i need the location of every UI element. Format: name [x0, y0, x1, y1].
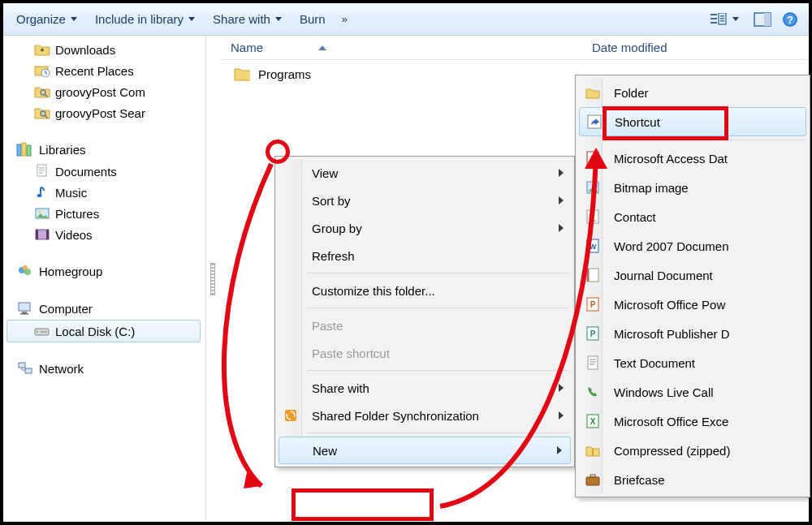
new-folder[interactable]: Folder [578, 78, 807, 107]
submenu-arrow-icon [557, 446, 562, 454]
svg-rect-56 [590, 475, 595, 477]
sidebar-homegroup[interactable]: Homegroup [6, 260, 205, 282]
ctx-label: Paste shortcut [312, 346, 390, 360]
ctx-view[interactable]: View [278, 159, 572, 187]
new-access[interactable]: A Microsoft Access Dat [578, 144, 807, 173]
recent-places-icon [34, 63, 50, 78]
search-folder-icon [34, 105, 50, 120]
ctx-customize-folder[interactable]: Customize this folder... [278, 277, 572, 304]
sidebar-item-gp-com[interactable]: groovyPost Com [6, 81, 205, 102]
new-submenu: Folder Shortcut A Microsoft Access Dat B… [575, 75, 810, 497]
sm-label: Contact [614, 210, 656, 224]
svg-rect-30 [22, 312, 27, 313]
new-text[interactable]: Text Document [578, 348, 807, 377]
libraries-icon [16, 141, 34, 157]
splitter-grip-icon [210, 263, 215, 295]
help-icon[interactable]: ? [781, 11, 799, 28]
sm-label: Folder [614, 86, 649, 100]
sm-label: Word 2007 Documen [614, 239, 728, 253]
new-publisher[interactable]: P Microsoft Publisher D [578, 319, 807, 348]
sidebar-item-videos[interactable]: Videos [6, 224, 205, 245]
sidebar-item-music[interactable]: Music [6, 182, 205, 203]
svg-rect-46 [588, 269, 598, 282]
overflow-chevron-icon[interactable]: » [335, 13, 354, 25]
sidebar-libraries-header[interactable]: Libraries [6, 138, 205, 161]
sidebar-item-gp-search[interactable]: groovyPost Sear [6, 102, 205, 123]
ctx-label: New [313, 444, 337, 458]
svg-rect-0 [710, 14, 717, 15]
sidebar-network[interactable]: Network [6, 357, 205, 380]
word-icon: W [585, 238, 601, 254]
new-compressed[interactable]: Compressed (zipped) [578, 436, 807, 465]
new-bitmap[interactable]: Bitmap image [578, 173, 807, 202]
ctx-label: Group by [312, 222, 362, 235]
dropdown-arrow-icon [732, 17, 739, 21]
ctx-sort-by[interactable]: Sort by [278, 187, 572, 214]
ctx-share-with[interactable]: Share with [278, 374, 572, 402]
new-live-call[interactable]: Windows Live Call [578, 377, 807, 407]
svg-rect-5 [720, 18, 724, 19]
svg-text:?: ? [787, 14, 793, 26]
pictures-icon [34, 206, 50, 221]
phone-icon [585, 384, 601, 400]
svg-text:X: X [590, 417, 596, 426]
svg-text:A: A [590, 154, 595, 163]
new-excel[interactable]: X Microsoft Office Exce [578, 407, 807, 436]
zip-icon [585, 442, 601, 458]
sidebar-item-pictures[interactable]: Pictures [6, 203, 205, 224]
new-contact[interactable]: Contact [578, 202, 807, 231]
sm-label: Microsoft Office Pow [614, 298, 725, 312]
tree-label: Music [55, 186, 87, 200]
sidebar-item-local-disk-c[interactable]: Local Disk (C:) [6, 320, 201, 342]
ctx-refresh[interactable]: Refresh [278, 242, 572, 269]
access-icon: A [585, 150, 601, 166]
tree-label: Pictures [55, 207, 99, 221]
ctx-shared-folder-sync[interactable]: Shared Folder Synchronization [278, 402, 572, 429]
excel-icon: X [585, 413, 601, 429]
share-with-button[interactable]: Share with [205, 9, 290, 29]
tree-label: Computer [39, 302, 93, 316]
ctx-group-by[interactable]: Group by [278, 214, 572, 242]
view-list-icon [710, 11, 728, 28]
tree-label: Libraries [39, 143, 86, 157]
sidebar-item-recent-places[interactable]: Recent Places [6, 60, 205, 81]
tree-label: Network [39, 362, 84, 376]
sidebar-computer-header[interactable]: Computer [6, 297, 205, 320]
svg-rect-1 [710, 18, 717, 19]
preview-pane-icon[interactable] [754, 11, 771, 28]
organize-button[interactable]: Organize [8, 9, 85, 29]
tree-label: Documents [55, 165, 117, 179]
column-name-label: Name [231, 41, 263, 54]
new-journal[interactable]: Journal Document [578, 260, 807, 290]
sidebar-item-documents[interactable]: Documents [6, 161, 205, 182]
view-options-button[interactable] [705, 7, 744, 32]
ctx-paste-shortcut: Paste shortcut [278, 339, 572, 367]
new-word[interactable]: W Word 2007 Documen [578, 231, 807, 260]
new-powerpoint[interactable]: P Microsoft Office Pow [578, 290, 807, 319]
file-list-pane: Name Date modified Programs View [219, 36, 809, 522]
pane-splitter[interactable] [206, 36, 219, 522]
ctx-new[interactable]: New [279, 437, 571, 464]
powerpoint-icon: P [585, 296, 601, 312]
new-shortcut[interactable]: Shortcut [579, 107, 806, 136]
computer-icon [16, 300, 34, 316]
submenu-arrow-icon [559, 169, 564, 177]
burn-button[interactable]: Burn [292, 9, 334, 29]
sm-label: Microsoft Office Exce [614, 415, 728, 428]
column-date-label: Date modified [592, 41, 667, 54]
ctx-label: Customize this folder... [312, 284, 435, 298]
sm-label: Briefcase [614, 473, 665, 487]
column-name[interactable]: Name [219, 41, 581, 54]
include-in-library-button[interactable]: Include in library [87, 9, 203, 29]
column-date-modified[interactable]: Date modified [581, 41, 679, 54]
svg-rect-31 [20, 313, 28, 315]
sm-label: Windows Live Call [614, 385, 714, 399]
sm-label: Microsoft Publisher D [614, 327, 730, 341]
sm-label: Microsoft Access Dat [614, 152, 728, 166]
sidebar-item-downloads[interactable]: Downloads [6, 39, 205, 60]
videos-icon [34, 227, 50, 242]
new-briefcase[interactable]: Briefcase [578, 465, 807, 494]
sm-label: Journal Document [614, 269, 713, 282]
sync-icon [283, 407, 299, 424]
svg-rect-55 [586, 477, 599, 485]
